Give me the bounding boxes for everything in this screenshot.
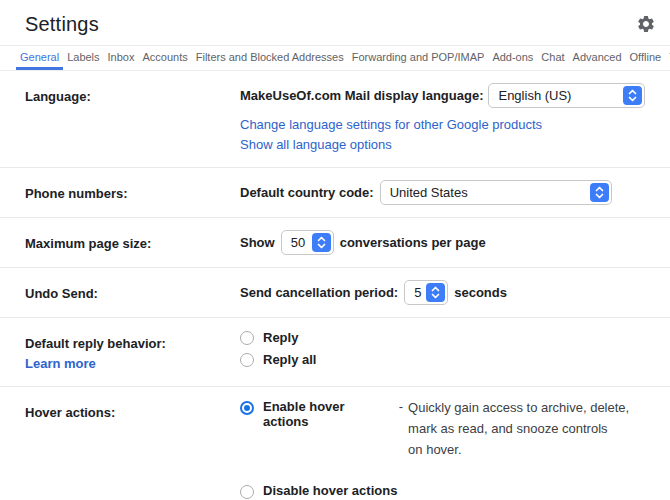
tab-add-ons[interactable]: Add-ons xyxy=(488,44,537,70)
phone-numbers-row-label: Phone numbers: xyxy=(25,180,240,205)
tab-offline[interactable]: Offline xyxy=(626,44,666,70)
tab-advanced[interactable]: Advanced xyxy=(569,44,626,70)
maximum-page-size-row: Maximum page size: Show 50 conversations… xyxy=(0,218,670,268)
disable-hover-actions-option: Disable hover actions xyxy=(240,483,652,499)
tab-inbox[interactable]: Inbox xyxy=(104,44,139,70)
display-language-value: English (US) xyxy=(489,88,621,103)
reply-radio[interactable] xyxy=(240,331,254,345)
default-reply-behavior-row-label: Default reply behavior: xyxy=(25,334,240,354)
language-row: Language: MakeUseOf.com Mail display lan… xyxy=(0,71,670,168)
phone-numbers-row: Phone numbers: Default country code: Uni… xyxy=(0,168,670,218)
tab-labels[interactable]: Labels xyxy=(63,44,103,70)
conversations-per-page-label: conversations per page xyxy=(340,235,486,250)
reply-radio-label: Reply xyxy=(263,330,298,345)
disable-hover-actions-radio[interactable] xyxy=(240,485,254,499)
gear-icon[interactable] xyxy=(636,14,656,34)
hover-actions-row: Hover actions: Enable hover actions - Qu… xyxy=(0,387,670,500)
tab-themes[interactable]: Themes xyxy=(665,44,670,70)
reply-all-radio-label: Reply all xyxy=(263,352,316,367)
show-label: Show xyxy=(240,235,275,250)
change-language-settings-link[interactable]: Change language settings for other Googl… xyxy=(240,115,542,135)
settings-header: Settings xyxy=(0,0,670,45)
enable-hover-actions-label: Enable hover actions xyxy=(263,399,394,429)
enable-hover-actions-description: Quickly gain access to archive, delete, … xyxy=(408,397,652,460)
disable-hover-actions-label: Disable hover actions xyxy=(263,483,397,498)
seconds-label: seconds xyxy=(454,285,507,300)
cancellation-period-value: 5 xyxy=(405,285,424,300)
display-language-label: MakeUseOf.com Mail display language: xyxy=(240,88,483,103)
default-country-code-select[interactable]: United States xyxy=(380,180,612,205)
maximum-page-size-row-label: Maximum page size: xyxy=(25,230,240,255)
tab-accounts[interactable]: Accounts xyxy=(138,44,191,70)
send-cancellation-period-label: Send cancellation period: xyxy=(240,285,398,300)
hover-separator: - xyxy=(399,399,403,414)
default-country-code-label: Default country code: xyxy=(240,185,374,200)
page-title: Settings xyxy=(25,13,99,36)
default-country-code-value: United States xyxy=(381,185,588,200)
settings-tab-bar: General Labels Inbox Accounts Filters an… xyxy=(0,45,670,71)
tab-chat[interactable]: Chat xyxy=(537,44,568,70)
reply-all-option: Reply all xyxy=(240,352,652,367)
up-down-chevron-icon xyxy=(426,283,445,302)
learn-more-link[interactable]: Learn more xyxy=(25,354,96,374)
show-all-language-options-link[interactable]: Show all language options xyxy=(240,135,392,155)
up-down-chevron-icon xyxy=(590,183,609,202)
reply-option: Reply xyxy=(240,330,652,345)
tab-forwarding-and-pop-imap[interactable]: Forwarding and POP/IMAP xyxy=(348,44,489,70)
page-size-select[interactable]: 50 xyxy=(281,230,334,255)
hover-actions-row-label: Hover actions: xyxy=(25,399,240,499)
display-language-select[interactable]: English (US) xyxy=(488,83,645,108)
undo-send-row-label: Undo Send: xyxy=(25,280,240,305)
language-row-label: Language: xyxy=(25,83,240,155)
tab-general[interactable]: General xyxy=(16,44,63,70)
cancellation-period-select[interactable]: 5 xyxy=(404,280,448,305)
enable-hover-actions-radio[interactable] xyxy=(240,401,254,415)
up-down-chevron-icon xyxy=(312,233,331,252)
enable-hover-actions-option: Enable hover actions - Quickly gain acce… xyxy=(240,399,652,460)
default-reply-behavior-row: Default reply behavior: Learn more Reply… xyxy=(0,318,670,387)
up-down-chevron-icon xyxy=(623,86,642,105)
reply-all-radio[interactable] xyxy=(240,353,254,367)
undo-send-row: Undo Send: Send cancellation period: 5 s… xyxy=(0,268,670,318)
tab-filters-and-blocked-addresses[interactable]: Filters and Blocked Addresses xyxy=(192,44,348,70)
page-size-value: 50 xyxy=(282,235,310,250)
